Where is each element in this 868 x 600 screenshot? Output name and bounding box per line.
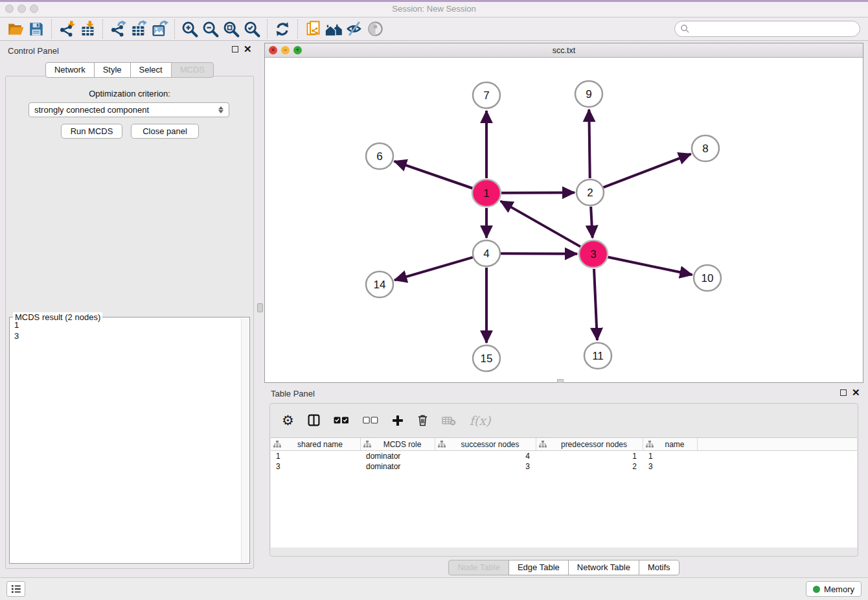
network-view-window: × − + scc.txt 7968124314101511 xyxy=(264,43,863,383)
memory-button[interactable]: Memory xyxy=(806,581,862,597)
node-14[interactable]: 14 xyxy=(366,271,393,297)
import-network-icon[interactable] xyxy=(56,19,77,40)
table-panel-body: ⚙ f(x) shared nameMCDS rolesuccessor nod… xyxy=(269,403,858,557)
node-2[interactable]: 2 xyxy=(577,179,604,205)
horizontal-splitter-handle[interactable] xyxy=(557,379,564,383)
edge-3-1[interactable] xyxy=(501,201,580,246)
svg-text:14: 14 xyxy=(374,279,386,291)
save-session-icon[interactable] xyxy=(26,19,47,40)
cell-MCDS-role[interactable]: dominator xyxy=(361,462,435,471)
task-history-button[interactable] xyxy=(6,581,25,597)
delete-row-icon[interactable] xyxy=(417,414,428,426)
cell-predecessor-nodes[interactable]: 1 xyxy=(536,452,643,461)
edge-1-6[interactable] xyxy=(394,161,473,189)
cell-name[interactable]: 3 xyxy=(643,462,698,471)
zoom-in-icon[interactable] xyxy=(179,19,200,40)
cell-shared-name[interactable]: 3 xyxy=(271,462,361,471)
network-canvas[interactable]: 7968124314101511 xyxy=(265,58,863,382)
node-4[interactable]: 4 xyxy=(473,240,500,266)
column-header-predecessor-nodes[interactable]: predecessor nodes xyxy=(536,438,643,450)
window-accent-strip xyxy=(0,0,868,2)
home-icon[interactable] xyxy=(323,19,344,40)
network-window-titlebar[interactable]: × − + scc.txt xyxy=(265,43,863,58)
tab-network[interactable]: Network xyxy=(45,62,95,78)
deselect-all-icon[interactable] xyxy=(363,417,378,424)
table-settings-icon[interactable]: ⚙ xyxy=(282,413,294,427)
toolbar-separator xyxy=(102,19,103,39)
node-8[interactable]: 8 xyxy=(692,135,719,161)
tab-style[interactable]: Style xyxy=(94,62,131,78)
tab-motifs[interactable]: Motifs xyxy=(639,560,680,575)
edge-4-14[interactable] xyxy=(394,257,473,280)
cell-successor-nodes[interactable]: 3 xyxy=(435,462,536,471)
cell-predecessor-nodes[interactable]: 2 xyxy=(536,462,643,471)
edge-2-8[interactable] xyxy=(604,154,691,188)
search-field[interactable] xyxy=(674,21,860,37)
edge-4-3[interactable] xyxy=(501,253,577,254)
export-image-icon[interactable] xyxy=(149,19,170,40)
float-table-panel-icon[interactable] xyxy=(840,389,847,396)
node-table-rows: 1dominator4113dominator323 xyxy=(271,451,857,472)
table-row[interactable]: 3dominator323 xyxy=(271,461,857,472)
node-9[interactable]: 9 xyxy=(575,81,602,107)
apply-layout-icon[interactable] xyxy=(272,19,293,40)
criterion-dropdown[interactable]: strongly connected component xyxy=(29,102,229,117)
tab-mcds[interactable]: MCDS xyxy=(171,62,214,78)
vertical-splitter-handle[interactable] xyxy=(257,303,263,312)
select-all-icon[interactable] xyxy=(334,417,349,424)
run-mcds-button[interactable]: Run MCDS xyxy=(61,124,122,139)
search-input[interactable] xyxy=(693,24,854,34)
export-network-icon[interactable] xyxy=(108,19,128,40)
tab-network-table[interactable]: Network Table xyxy=(568,560,639,575)
cell-name[interactable]: 1 xyxy=(643,452,698,461)
tab-select[interactable]: Select xyxy=(130,62,172,78)
app-title-bar: Session: New Session xyxy=(0,0,868,17)
cell-successor-nodes[interactable]: 4 xyxy=(435,452,536,461)
import-table-icon[interactable] xyxy=(77,19,98,40)
zoom-out-icon[interactable] xyxy=(200,19,221,40)
edge-3-11[interactable] xyxy=(594,269,597,340)
close-table-panel-icon[interactable]: ✕ xyxy=(852,389,860,396)
show-panels-icon[interactable] xyxy=(365,19,385,40)
edge-1-2[interactable] xyxy=(501,192,575,193)
node-7[interactable]: 7 xyxy=(473,82,500,108)
show-columns-icon[interactable] xyxy=(308,414,320,426)
table-row[interactable]: 1dominator411 xyxy=(271,451,857,461)
mcds-result-title: MCDS result (2 nodes) xyxy=(13,312,102,322)
node-1[interactable]: 1 xyxy=(472,179,501,207)
export-table-icon[interactable] xyxy=(128,19,149,40)
tab-edge-table[interactable]: Edge Table xyxy=(508,560,569,575)
clone-network-icon[interactable] xyxy=(303,19,323,40)
add-row-icon[interactable] xyxy=(392,415,404,426)
svg-text:11: 11 xyxy=(592,350,604,362)
svg-text:8: 8 xyxy=(702,143,708,155)
edge-3-10[interactable] xyxy=(608,257,692,275)
node-15[interactable]: 15 xyxy=(473,345,500,371)
network-window-title: scc.txt xyxy=(265,46,863,55)
table-toolbar: ⚙ f(x) xyxy=(270,404,858,437)
cell-shared-name[interactable]: 1 xyxy=(271,452,361,461)
hide-panels-icon[interactable] xyxy=(344,19,365,40)
column-header-shared-name[interactable]: shared name xyxy=(271,438,361,450)
zoom-fit-icon[interactable] xyxy=(221,19,242,40)
float-panel-icon[interactable] xyxy=(232,46,238,52)
open-session-icon[interactable] xyxy=(5,19,26,40)
node-6[interactable]: 6 xyxy=(366,143,393,169)
edge-2-3[interactable] xyxy=(591,207,593,238)
node-11[interactable]: 11 xyxy=(584,343,611,369)
result-scrollbar[interactable] xyxy=(241,318,249,562)
function-builder-icon[interactable]: f(x) xyxy=(470,413,491,428)
svg-text:1: 1 xyxy=(483,187,489,200)
cell-MCDS-role[interactable]: dominator xyxy=(361,452,435,461)
close-panel-button[interactable]: Close panel xyxy=(131,124,199,139)
zoom-selected-icon[interactable] xyxy=(242,19,262,40)
node-10[interactable]: 10 xyxy=(694,265,721,291)
node-3[interactable]: 3 xyxy=(579,240,608,268)
edge-2-9[interactable] xyxy=(589,110,589,178)
close-panel-icon[interactable]: ✕ xyxy=(244,46,252,52)
delete-table-icon[interactable] xyxy=(442,415,456,426)
column-header-MCDS-role[interactable]: MCDS role xyxy=(361,438,435,450)
column-header-successor-nodes[interactable]: successor nodes xyxy=(435,438,536,450)
tab-node-table[interactable]: Node Table xyxy=(448,560,509,575)
column-header-name[interactable]: name xyxy=(643,438,698,450)
